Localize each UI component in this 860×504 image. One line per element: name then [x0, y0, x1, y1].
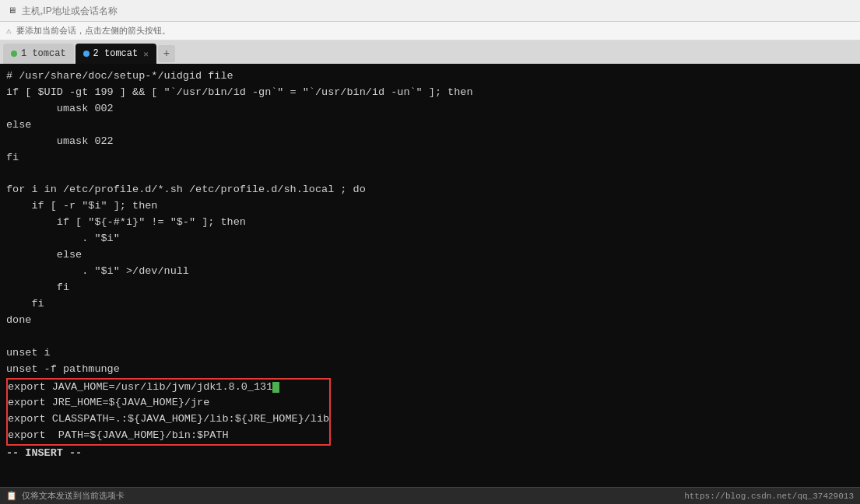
tab-1-dot: [11, 51, 17, 57]
status-right-text: https://blog.csdn.net/qq_37429013: [684, 492, 854, 501]
tab-bar: 1 tomcat 2 tomcat ✕ +: [0, 40, 860, 64]
status-left: 📋 仅将文本发送到当前选项卡: [6, 490, 125, 502]
tab-2-close[interactable]: ✕: [143, 49, 149, 59]
send-icon: 📋: [6, 491, 17, 501]
highlighted-export-block: export JAVA_HOME=/usr/lib/jvm/jdk1.8.0_1…: [6, 378, 331, 446]
warning-text: 要添加当前会话，点击左侧的箭头按钮。: [16, 25, 170, 37]
top-bar: 🖥: [0, 0, 860, 22]
host-icon: 🖥: [6, 5, 17, 16]
tab-2-dot: [83, 51, 90, 57]
warning-bar: ⚠ 要添加当前会话，点击左侧的箭头按钮。: [0, 22, 860, 40]
insert-mode-indicator: -- INSERT --: [6, 447, 82, 459]
terminal-content: # /usr/share/doc/setup-*/uidgid file if …: [6, 68, 854, 462]
status-left-text: 仅将文本发送到当前选项卡: [22, 490, 125, 502]
cursor: [272, 382, 279, 393]
tab-1-label: 1 tomcat: [21, 48, 66, 59]
add-tab-button[interactable]: +: [158, 45, 175, 62]
tab-1-tomcat[interactable]: 1 tomcat: [3, 44, 74, 64]
warning-icon: ⚠: [6, 26, 12, 36]
status-bar: 📋 仅将文本发送到当前选项卡 https://blog.csdn.net/qq_…: [0, 487, 860, 504]
tab-2-tomcat[interactable]: 2 tomcat ✕: [75, 44, 156, 64]
tab-2-label: 2 tomcat: [93, 48, 139, 59]
terminal-area[interactable]: # /usr/share/doc/setup-*/uidgid file if …: [0, 64, 860, 487]
host-input[interactable]: [22, 5, 854, 16]
